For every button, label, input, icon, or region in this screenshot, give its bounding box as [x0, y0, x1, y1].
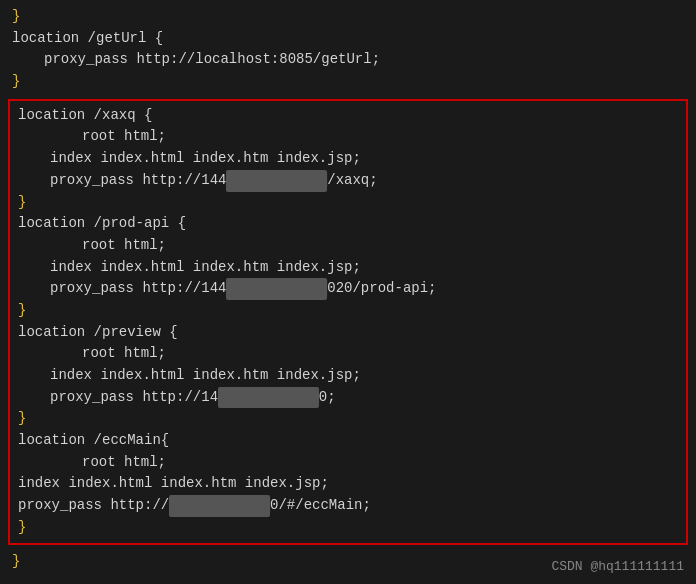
preview-close-brace: } [18, 408, 678, 430]
preview-root-line: root html; [82, 343, 678, 365]
location-geturl-text: location /getUrl { [12, 30, 163, 46]
proxy-pass-geturl-text: proxy_pass http://localhost:8085/getUrl; [44, 51, 380, 67]
proxy-pass-geturl-line: proxy_pass http://localhost:8085/getUrl; [44, 49, 684, 71]
eccmain-redacted: ████████████ [169, 495, 270, 517]
block-prod-api: location /prod-api { root html; index in… [18, 213, 678, 321]
prodapi-redacted: ████████████ [226, 278, 327, 300]
eccmain-root-line: root html; [82, 452, 678, 474]
xaxq-redacted: ████████████ [226, 170, 327, 192]
preview-proxy-line: proxy_pass http://14████████████0; [50, 387, 678, 409]
block-xaxq: location /xaxq { root html; index index.… [18, 105, 678, 213]
eccmain-proxy-line: proxy_pass http://████████████0/#/eccMai… [18, 495, 678, 517]
eccmain-close-brace: } [18, 517, 678, 539]
xaxq-close-brace: } [18, 192, 678, 214]
prodapi-index-line: index index.html index.htm index.jsp; [50, 257, 678, 279]
location-geturl-line: location /getUrl { [12, 28, 684, 50]
preview-redacted: ████████████ [218, 387, 319, 409]
prodapi-root-line: root html; [82, 235, 678, 257]
watermark: CSDN @hq111111111 [551, 559, 684, 574]
top-section: } location /getUrl { proxy_pass http://l… [0, 0, 696, 95]
prodapi-close-brace: } [18, 300, 678, 322]
location-eccmain-line: location /eccMain{ [18, 430, 678, 452]
xaxq-root-line: root html; [82, 126, 678, 148]
prodapi-proxy-line: proxy_pass http://144████████████020/pro… [50, 278, 678, 300]
eccmain-index-line: index index.html index.htm index.jsp; [18, 473, 678, 495]
location-xaxq-text: location /xaxq { [18, 107, 152, 123]
xaxq-index-line: index index.html index.htm index.jsp; [50, 148, 678, 170]
bottom-brace: } [12, 553, 20, 569]
block-eccmain: location /eccMain{ root html; index inde… [18, 430, 678, 538]
location-prodapi-line: location /prod-api { [18, 213, 678, 235]
highlighted-box: location /xaxq { root html; index index.… [8, 99, 688, 545]
location-preview-line: location /preview { [18, 322, 678, 344]
top-close-brace-line: } [12, 71, 684, 93]
top-brace-line: } [12, 6, 684, 28]
block-preview: location /preview { root html; index ind… [18, 322, 678, 430]
top-brace: } [12, 8, 20, 24]
code-container: } location /getUrl { proxy_pass http://l… [0, 0, 696, 584]
top-close-brace: } [12, 73, 20, 89]
preview-index-line: index index.html index.htm index.jsp; [50, 365, 678, 387]
location-xaxq-line: location /xaxq { [18, 105, 678, 127]
xaxq-proxy-line: proxy_pass http://144████████████/xaxq; [50, 170, 678, 192]
